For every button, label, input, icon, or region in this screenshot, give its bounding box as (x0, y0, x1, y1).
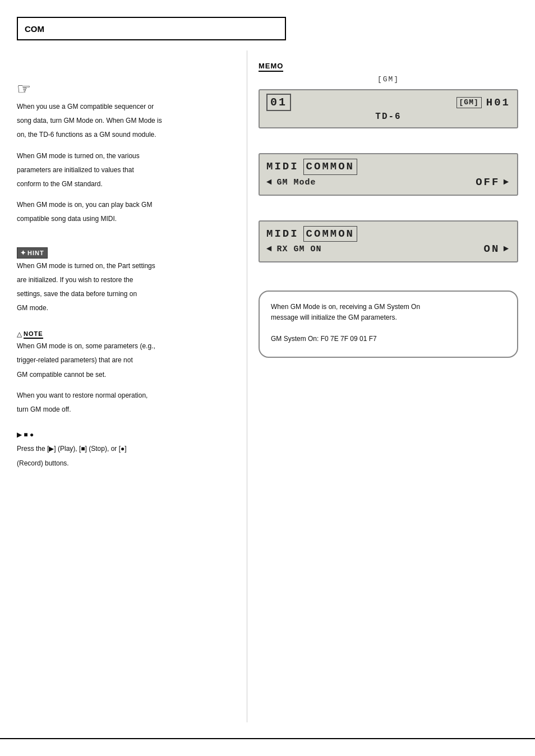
lcd1-line1-left: 01 (266, 95, 293, 110)
lcd3-value: ON (484, 242, 500, 257)
title-bar: COM (17, 17, 286, 40)
lcd3-arrow-left: ◄ (266, 243, 274, 255)
lcd2-common: COMMON (303, 159, 357, 175)
body-text-section3: When GM mode is on, you can play back GM… (17, 200, 230, 224)
lcd-display-3: MIDI COMMON ◄ RX GM ON ON ► (259, 220, 518, 262)
body-text-section1: When you use a GM compatible sequencer o… (17, 102, 230, 141)
hint-badge: ✦ HINT (17, 247, 48, 259)
lcd2-value: OFF (476, 175, 500, 190)
symbols-description: ▶ ■ ● Press the [▶] (Play), [■] (Stop), … (17, 430, 230, 469)
memo-badge: MEMO (259, 62, 283, 72)
lcd2-line2: ◄ GM Mode OFF ► (266, 175, 510, 190)
lcd1-td6: TD-6 (375, 110, 401, 123)
lcd2-midi: MIDI (266, 159, 299, 174)
lcd3-arrow-right: ► (503, 243, 510, 255)
note-badge: △ NOTE (17, 330, 43, 339)
lcd3-param: RX GM ON (277, 243, 322, 255)
note-label: NOTE (24, 330, 43, 339)
lcd1-line2: TD-6 (266, 110, 510, 123)
lcd3-midi: MIDI (266, 227, 299, 242)
left-column: ☞ When you use a GM compatible sequencer… (0, 50, 247, 722)
lcd3-common: COMMON (303, 226, 357, 242)
lcd2-line1: MIDI COMMON (266, 159, 510, 175)
main-layout: ☞ When you use a GM compatible sequencer… (0, 50, 535, 722)
note-text2: When you want to restore normal operatio… (17, 390, 230, 415)
lcd-display-2: MIDI COMMON ◄ GM Mode OFF ► (259, 153, 518, 195)
bottom-divider (0, 738, 535, 739)
hand-icon: ☞ (17, 80, 230, 98)
lcd2-param: GM Mode (277, 177, 316, 188)
lcd-display-1: 01 [GM] H01 TD-6 (259, 89, 518, 128)
lcd1-line1: 01 [GM] H01 (266, 95, 510, 110)
lcd1-cgm-bracket: [GM] (456, 97, 482, 108)
note-triangle-icon: △ (17, 330, 22, 339)
hint-label: HINT (27, 250, 44, 256)
lcd2-arrow-left: ◄ (266, 176, 274, 188)
right-column: MEMO [GM] 01 [GM] H01 TD-6 (247, 50, 535, 722)
info-box-text: When GM Mode is on, receiving a GM Syste… (271, 302, 506, 345)
lcd1-line1-right: H01 (486, 95, 510, 110)
hint-text: When GM mode is turned on, the Part sett… (17, 261, 230, 314)
lcd3-line2: ◄ RX GM ON ON ► (266, 242, 510, 257)
lcd2-arrow-right: ► (503, 176, 510, 188)
cgm-small-label: [GM] (259, 75, 518, 84)
sun-icon: ✦ (20, 249, 26, 257)
note-text: When GM mode is on, some parameters (e.g… (17, 341, 230, 380)
info-box: When GM Mode is on, receiving a GM Syste… (259, 291, 518, 358)
lcd3-line1: MIDI COMMON (266, 226, 510, 242)
title-text: COM (25, 24, 44, 34)
body-text-section2: When GM mode is turned on, the various p… (17, 151, 230, 190)
